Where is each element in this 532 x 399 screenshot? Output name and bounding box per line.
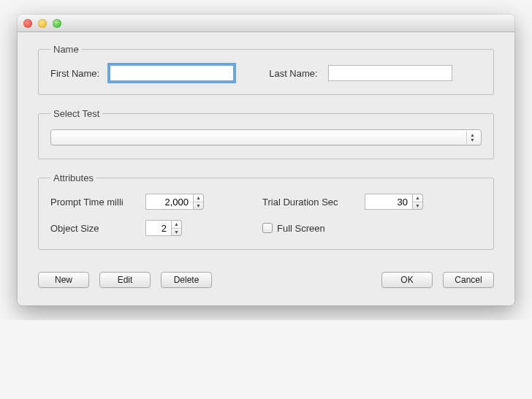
object-size-input[interactable] — [145, 220, 172, 236]
select-test-dropdown[interactable]: ▲▼ — [50, 129, 482, 145]
attributes-legend: Attributes — [50, 172, 96, 183]
first-name-input[interactable] — [110, 65, 234, 81]
zoom-icon[interactable] — [53, 19, 61, 28]
close-icon[interactable] — [23, 19, 32, 28]
select-test-legend: Select Test — [50, 108, 102, 119]
name-group-legend: Name — [50, 44, 82, 55]
full-screen-label: Full Screen — [277, 223, 325, 234]
stepper-arrows-icon[interactable]: ▲▼ — [194, 194, 204, 210]
stepper-arrows-icon[interactable]: ▲▼ — [172, 220, 182, 236]
prompt-time-stepper[interactable]: ▲▼ — [145, 194, 218, 210]
delete-button[interactable]: Delete — [161, 272, 212, 288]
prompt-time-input[interactable] — [145, 194, 194, 210]
attributes-group: Attributes Prompt Time milli ▲▼ Trial Du… — [38, 172, 494, 250]
full-screen-checkbox[interactable]: Full Screen — [262, 223, 438, 234]
trial-duration-stepper[interactable]: ▲▼ — [365, 194, 438, 210]
prompt-time-label: Prompt Time milli — [50, 197, 145, 208]
button-row: New Edit Delete OK Cancel — [38, 272, 494, 288]
stepper-arrows-icon[interactable]: ▲▼ — [413, 194, 423, 210]
cancel-button[interactable]: Cancel — [443, 272, 494, 288]
titlebar — [18, 15, 514, 32]
select-test-group: Select Test ▲▼ — [38, 108, 494, 159]
ok-button[interactable]: OK — [381, 272, 433, 288]
first-name-label: First Name: — [50, 68, 99, 79]
updown-icon: ▲▼ — [466, 131, 478, 144]
dialog-content: Name First Name: Last Name: Select Test … — [18, 32, 514, 305]
minimize-icon[interactable] — [38, 19, 47, 28]
last-name-label: Last Name: — [269, 68, 317, 79]
dialog-window: Name First Name: Last Name: Select Test … — [18, 15, 514, 305]
trial-duration-label: Trial Duration Sec — [262, 197, 365, 208]
name-group: Name First Name: Last Name: — [38, 44, 494, 95]
new-button[interactable]: New — [38, 272, 89, 288]
object-size-stepper[interactable]: ▲▼ — [145, 220, 218, 236]
edit-button[interactable]: Edit — [99, 272, 151, 288]
object-size-label: Object Size — [50, 223, 145, 234]
trial-duration-input[interactable] — [365, 194, 413, 210]
last-name-input[interactable] — [328, 65, 452, 81]
checkbox-icon[interactable] — [262, 223, 273, 233]
